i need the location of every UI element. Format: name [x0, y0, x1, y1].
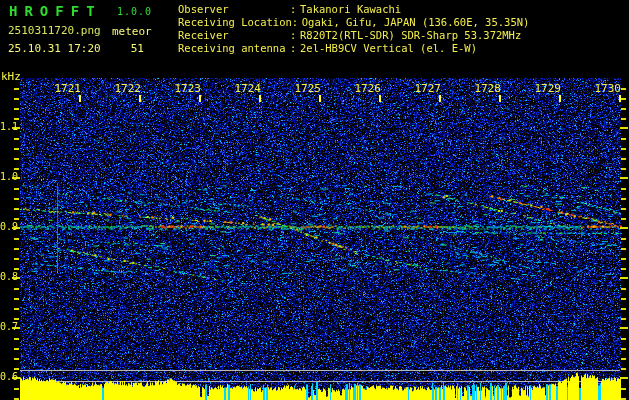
station-info: Observer:Takanori Kawachi Receiving Loca… — [178, 3, 529, 55]
info-label: Observer — [178, 3, 290, 16]
x-axis-tick-label: 1730 — [593, 82, 621, 95]
x-axis-tick-label: 1725 — [293, 82, 321, 95]
x-axis-tick-label: 1729 — [533, 82, 561, 95]
y-axis-tick-label: 0.7 — [0, 321, 18, 332]
app-version: 1.0.0 — [117, 6, 152, 17]
y-axis-tick-label: 0.9 — [0, 221, 18, 232]
x-axis-tick-label: 1728 — [473, 82, 501, 95]
app-title: HROFFT — [9, 3, 102, 19]
spectrogram-canvas — [0, 0, 629, 400]
info-row-location: Receiving Location:Ogaki, Gifu, JAPAN (1… — [178, 16, 529, 29]
y-axis-tick-label: 0.6 — [0, 371, 18, 382]
info-value: Ogaki, Gifu, JAPAN (136.60E, 35.35N) — [302, 16, 530, 29]
x-axis-tick-label: 1726 — [353, 82, 381, 95]
observation-mode: meteor — [112, 25, 152, 38]
info-value: Takanori Kawachi — [300, 3, 401, 16]
x-axis-tick-label: 1724 — [233, 82, 261, 95]
output-filename: 2510311720.png — [8, 24, 101, 37]
x-axis-tick-label: 1722 — [113, 82, 141, 95]
info-label: Receiving antenna — [178, 42, 290, 55]
echo-count: 51 — [120, 42, 144, 55]
info-colon: : — [290, 42, 300, 55]
info-label: Receiving Location — [178, 16, 292, 29]
observation-datetime: 25.10.31 17:20 — [8, 42, 101, 55]
x-axis-tick-label: 1723 — [173, 82, 201, 95]
y-axis-tick-label: 0.8 — [0, 271, 18, 282]
info-row-antenna: Receiving antenna:2el-HB9CV Vertical (el… — [178, 42, 529, 55]
hrofft-window: HROFFT 1.0.0 2510311720.png meteor 25.10… — [0, 0, 629, 400]
y-axis-unit-label: kHz — [1, 70, 21, 83]
info-label: Receiver — [178, 29, 290, 42]
info-colon: : — [290, 29, 300, 42]
info-row-observer: Observer:Takanori Kawachi — [178, 3, 529, 16]
info-colon: : — [290, 3, 300, 16]
y-axis-tick-label: 1.0 — [0, 171, 18, 182]
info-colon: : — [292, 16, 302, 29]
x-axis-tick-label: 1721 — [53, 82, 81, 95]
info-row-receiver: Receiver:R820T2(RTL-SDR) SDR-Sharp 53.37… — [178, 29, 529, 42]
info-value: 2el-HB9CV Vertical (el. E-W) — [300, 42, 477, 55]
x-axis-tick-label: 1727 — [413, 82, 441, 95]
y-axis-tick-label: 1.1 — [0, 121, 18, 132]
info-value: R820T2(RTL-SDR) SDR-Sharp 53.372MHz — [300, 29, 521, 42]
